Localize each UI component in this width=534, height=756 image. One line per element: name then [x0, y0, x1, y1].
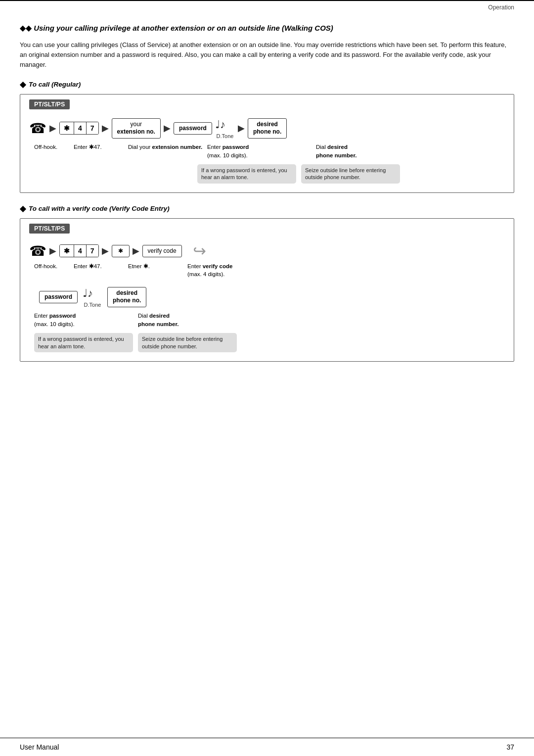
password-box-1: password [174, 122, 212, 135]
dtone-area-2: ♩♪ D.Tone [83, 286, 102, 308]
arrow-1c: ▶ [164, 124, 171, 133]
diagram-box-1: PT/SLT/PS ☎ ▶ ✱ 4 7 ▶ your extensio [20, 94, 514, 193]
footer-left: User Manual [20, 743, 59, 751]
page-footer: User Manual 37 [0, 738, 534, 756]
caption-enter-pw-1: Enter password (max. 10 digits). [207, 143, 286, 159]
note-bubbles-1: If a wrong password is entered, you hear… [197, 164, 505, 184]
arrow-1d: ▶ [238, 124, 245, 133]
desired-box-2: desired phone no. [107, 287, 146, 307]
arrow-2b: ▶ [102, 246, 109, 255]
bullet-icon-2: ◆ [20, 204, 26, 213]
password-label-2: password [44, 293, 72, 300]
note2-2: Seize outside line before entering outsi… [138, 333, 237, 353]
music-icon-1: ♩♪ [215, 117, 235, 131]
caption-offhook-1: Off-hook. [29, 143, 74, 151]
captions-row-2b: Enter password (max. 10 digits). Dial de… [34, 312, 505, 328]
diagram2-label: PT/SLT/PS [29, 224, 70, 234]
diagram1-label: PT/SLT/PS [29, 99, 70, 109]
key-4-2: 4 [74, 245, 87, 257]
svg-text:♩♪: ♩♪ [215, 118, 225, 131]
arrow-1b: ▶ [102, 124, 109, 133]
cap2a-enter47: Enter ✱47. [74, 262, 128, 278]
phone-icon-2: ☎ [29, 243, 46, 259]
cap2b-spacer [108, 312, 138, 328]
arrow-2c: ▶ [133, 246, 139, 255]
caption-dial-ext-1: Dial your extension number. [128, 143, 207, 151]
key-7-2: 7 [87, 245, 98, 257]
phone-icon-1: ☎ [29, 120, 46, 137]
captions-row-1: Off-hook. Enter ✱47. Dial your extension… [29, 143, 505, 159]
flow-row-2b: password ♩♪ D.Tone desired phone no. [39, 286, 505, 308]
footer-right: 37 [506, 743, 514, 751]
desired-box-1: desired phone no. [248, 118, 287, 139]
desired-line2-1: phone no. [253, 128, 281, 136]
dtone-label-1: D.Tone [217, 133, 234, 139]
flow-row-1: ☎ ▶ ✱ 4 7 ▶ your extension no. ▶ [29, 117, 505, 139]
verify-code-box-2: verify code [142, 245, 182, 258]
note2-1: Seize outside line before entering outsi… [301, 164, 400, 184]
note1-2: If a wrong password is entered, you hear… [34, 333, 133, 353]
note1-1: If a wrong password is entered, you hear… [197, 164, 296, 184]
verify-code-label-2: verify code [148, 247, 177, 254]
extension-box-1: your extension no. [112, 118, 161, 139]
key-group-2: ✱ 4 7 [59, 244, 99, 257]
password-label-1: password [179, 125, 207, 132]
extension-line2: extension no. [117, 128, 155, 136]
key-star-2: ✱ [60, 245, 74, 257]
music-icon-2: ♩♪ [83, 286, 102, 300]
flow-row-2a: ☎ ▶ ✱ 4 7 ▶ ✱ ▶ verif [29, 241, 505, 260]
cap2b-dial-desired: Dial desired phone number. [138, 312, 212, 328]
key-4-1: 4 [74, 122, 87, 134]
captions-row-2a: Off-hook. Enter ✱47. Etner ✱. Enter veri… [29, 262, 505, 278]
dtone-area-1: ♩♪ D.Tone [215, 117, 235, 139]
bullet-icon: ◆ [20, 80, 26, 89]
body-text: You can use your calling privileges (Cla… [20, 40, 514, 70]
page: Operation ◆◆ Using your calling privileg… [0, 0, 534, 756]
desired-line1-1: desired [253, 121, 281, 129]
section-title: ◆◆ Using your calling privilege at anoth… [20, 23, 514, 33]
key-group-1: ✱ 4 7 [59, 122, 99, 135]
dtone-label-2: D.Tone [84, 302, 101, 308]
key-7-1: 7 [87, 122, 98, 134]
main-content: ◆◆ Using your calling privilege at anoth… [0, 13, 534, 402]
music-notes-svg-1: ♩♪ [215, 117, 235, 131]
extension-line1: your [117, 121, 155, 129]
subsection1-heading: ◆ To call (Regular) [20, 80, 514, 89]
password-box-2: password [39, 291, 78, 304]
header-label: Operation [488, 4, 514, 11]
caption-enter47-1: Enter ✱47. [74, 143, 128, 151]
arrow-1a: ▶ [49, 124, 56, 133]
cap2a-etner-star: Etner ✱. [128, 262, 187, 278]
star-key-label-2: ✱ [118, 247, 123, 254]
cap2b-enter-pw: Enter password (max. 10 digits). [34, 312, 108, 328]
curved-arrow-icon: ↩ [193, 241, 206, 260]
svg-text:♩♪: ♩♪ [83, 287, 93, 299]
note-bubbles-2: If a wrong password is entered, you hear… [34, 333, 505, 353]
arrow-2a: ▶ [49, 246, 56, 255]
subsection2-heading: ◆ To call with a verify code (Verify Cod… [20, 204, 514, 213]
diamonds-icon: ◆◆ [20, 24, 34, 32]
diagram-box-2: PT/SLT/PS ☎ ▶ ✱ 4 7 ▶ ✱ [20, 218, 514, 362]
music-notes-svg-2: ♩♪ [83, 286, 102, 300]
star-key-box-2: ✱ [112, 245, 130, 258]
cap2a-offhook: Off-hook. [29, 262, 74, 278]
page-header: Operation [0, 0, 534, 13]
caption-dial-desired-1: Dial desired phone number. [316, 143, 380, 159]
key-star-1: ✱ [60, 122, 74, 134]
cap2a-enter-verify: Enter verify code (max. 4 digits). [187, 262, 267, 278]
